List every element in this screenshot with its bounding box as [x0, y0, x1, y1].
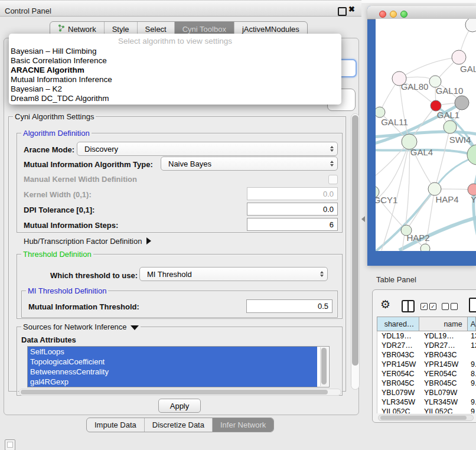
- network-edge: [474, 168, 476, 250]
- group-title: Cyni Algorithm Settings: [13, 112, 96, 121]
- group-title: MI Threshold Definition: [26, 286, 108, 295]
- dropdown-item[interactable]: Basic Correlation Inference: [9, 56, 341, 66]
- network-node[interactable]: [444, 120, 457, 133]
- deselect-checkbox-icon[interactable]: [442, 303, 449, 310]
- table-row[interactable]: YPR145W YPR145W 9.: [377, 360, 476, 369]
- zoom-traffic-light-icon[interactable]: [400, 11, 407, 18]
- network-node[interactable]: [468, 184, 476, 195]
- which-threshold-select[interactable]: MI Threshold: [139, 267, 328, 281]
- network-window-titlebar[interactable]: [367, 6, 476, 19]
- tab-infer-network[interactable]: Infer Network: [212, 418, 273, 432]
- table-row[interactable]: YBL079W YBL079W: [377, 388, 476, 397]
- sources-title-label: Sources for Network Inference: [23, 322, 127, 331]
- mi-steps-field[interactable]: 6: [247, 218, 338, 231]
- attribute-item-selected[interactable]: TopologicalCoefficient: [28, 357, 317, 367]
- table-row[interactable]: YBR045C YBR045C 9.: [377, 379, 476, 388]
- table-body: YDL19… YDL19… 13 YDR27… YDR27… 12 YBR043…: [377, 331, 476, 413]
- tab-label: jActiveMNodules: [242, 25, 299, 34]
- column-header-name[interactable]: name: [419, 317, 467, 331]
- settings-vertical-scrollbar[interactable]: [351, 113, 360, 390]
- settings-horizontal-scrollbar[interactable]: [19, 389, 341, 396]
- bottom-tabbar: Impute Data Discretize Data Infer Networ…: [86, 418, 274, 432]
- manual-kernel-checkbox[interactable]: [328, 175, 338, 184]
- network-node[interactable]: [452, 50, 466, 64]
- mi-threshold-field[interactable]: 0.5: [246, 299, 332, 313]
- aracne-mode-select[interactable]: Discovery: [77, 142, 338, 156]
- group-title: Threshold Definition: [21, 250, 93, 259]
- network-node[interactable]: [376, 107, 385, 118]
- table-row[interactable]: YBR043C YBR043C: [377, 350, 476, 360]
- data-attributes-list: SelfLoops TopologicalCoefficient Between…: [27, 346, 330, 387]
- dropdown-item[interactable]: Bayesian – K2: [9, 84, 341, 94]
- expanded-arrow-icon: [131, 325, 139, 330]
- dropdown-item[interactable]: Mutual Information Inference: [9, 75, 341, 84]
- network-canvas[interactable]: GALGAL80GAL10GAL1GAL11SWI4GAL4GCY1HAP4YH…: [376, 19, 476, 251]
- apply-button[interactable]: Apply: [158, 399, 201, 413]
- close-traffic-light-icon[interactable]: [379, 11, 386, 18]
- table-cell: YPR145W: [377, 360, 420, 369]
- network-node[interactable]: [420, 244, 430, 251]
- dropdown-item-selected[interactable]: ARACNE Algorithm: [9, 66, 341, 75]
- table-cell: YPR145W: [420, 360, 468, 369]
- table-horizontal-scrollbar[interactable]: [378, 415, 474, 421]
- attribute-item-selected[interactable]: gal4RGexp: [28, 377, 317, 387]
- mi-threshold-label: Mutual Information Threshold:: [28, 302, 139, 311]
- network-node[interactable]: [467, 145, 476, 165]
- scrollbar-thumb[interactable]: [21, 390, 328, 394]
- mi-algorithm-type-select[interactable]: Naive Bayes: [161, 156, 338, 171]
- tab-discretize-data[interactable]: Discretize Data: [144, 418, 212, 432]
- mi-steps-label: Mutual Information Steps:: [24, 221, 118, 230]
- node-label: GAL1: [437, 110, 459, 120]
- deselect-checkbox-icon[interactable]: [451, 303, 458, 310]
- settings-gear-icon[interactable]: ⚙: [380, 298, 390, 311]
- scrollbar-thumb[interactable]: [352, 115, 358, 366]
- scrollbar-thumb[interactable]: [380, 416, 467, 420]
- network-canvas-svg: GALGAL80GAL10GAL1GAL11SWI4GAL4GCY1HAP4YH…: [376, 19, 476, 251]
- attribute-item-selected[interactable]: BetweennessCentrality: [28, 367, 317, 377]
- node-label: GAL: [460, 64, 476, 74]
- scrollbar-thumb[interactable]: [321, 348, 327, 384]
- table-cell: 8.: [468, 369, 476, 379]
- column-header-shared-name[interactable]: shared…: [377, 317, 419, 331]
- kernel-width-field[interactable]: 0.0: [247, 187, 338, 200]
- table-row[interactable]: YDR27… YDR27… 12: [377, 341, 476, 350]
- table-cell: YDL19…: [377, 331, 420, 341]
- network-node[interactable]: [465, 19, 476, 32]
- tab-label: Cyni Toolbox: [182, 25, 226, 34]
- tab-label: Network: [68, 25, 96, 34]
- minimize-traffic-light-icon[interactable]: [390, 11, 397, 18]
- bottom-left-panel-icon[interactable]: [5, 439, 15, 450]
- table-row[interactable]: YDL19… YDL19… 13: [377, 331, 476, 341]
- control-panel-title: Control Panel: [5, 6, 51, 15]
- dpi-tolerance-field[interactable]: 0.0: [247, 203, 338, 216]
- float-window-icon[interactable]: [338, 7, 347, 16]
- hub-definition-toggle[interactable]: Hub/Transcription Factor Definition: [24, 237, 151, 246]
- network-node[interactable]: [428, 182, 441, 195]
- table-cell: YDR27…: [377, 341, 420, 350]
- table-row[interactable]: YIL052C YIL052C 9: [377, 407, 476, 413]
- table-page-icon[interactable]: [469, 298, 476, 312]
- table-cell: 9.: [468, 360, 476, 369]
- table-cell: [468, 350, 476, 360]
- close-icon[interactable]: ✖: [348, 5, 355, 14]
- attribute-item-selected[interactable]: SelfLoops: [28, 347, 317, 357]
- node-label: GAL80: [401, 81, 429, 92]
- tab-label: Style: [112, 25, 129, 34]
- sources-group-title[interactable]: Sources for Network Inference: [21, 322, 141, 331]
- dropdown-placeholder: Select algorithm to view settings: [9, 35, 341, 47]
- column-header-partial[interactable]: A: [468, 317, 476, 331]
- dropdown-item[interactable]: Bayesian – Hill Climbing: [9, 47, 341, 56]
- table-cell: YIL052C: [420, 407, 468, 413]
- select-all-checkbox-icon[interactable]: ✓: [429, 303, 436, 310]
- network-node[interactable]: [455, 96, 469, 110]
- list-vertical-scrollbar[interactable]: [320, 347, 328, 386]
- splitter-collapse-icon[interactable]: [361, 216, 365, 222]
- dropdown-item[interactable]: Dream8 DC_TDC Algorithm: [9, 94, 341, 103]
- table-row[interactable]: YLR345W YLR345W 9.: [377, 397, 476, 407]
- table-row[interactable]: YER054C YER054C 8.: [377, 369, 476, 379]
- split-column-icon[interactable]: [402, 300, 415, 312]
- select-all-checkbox-icon[interactable]: ✓: [420, 303, 428, 310]
- network-view-window[interactable]: GALGAL80GAL10GAL1GAL11SWI4GAL4GCY1HAP4YH…: [367, 6, 476, 266]
- tab-impute-data[interactable]: Impute Data: [87, 418, 144, 432]
- table-cell: 9: [468, 407, 476, 413]
